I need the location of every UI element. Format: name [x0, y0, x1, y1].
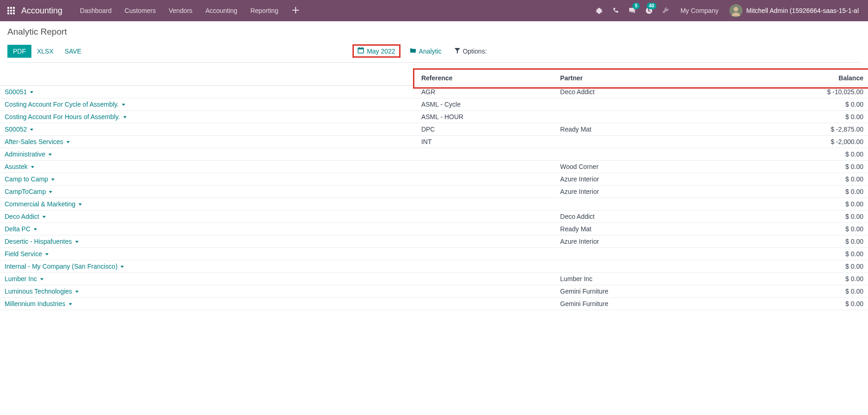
pdf-button[interactable]: PDF	[7, 45, 31, 58]
row-name-link[interactable]: Lumber Inc	[5, 275, 44, 283]
page-header: Analytic Report PDF XLSX SAVE May 2022 A…	[0, 21, 868, 63]
row-balance: $ 0.00	[729, 98, 868, 111]
row-name-link[interactable]: Commercial & Marketing	[5, 200, 82, 208]
xlsx-button[interactable]: XLSX	[31, 45, 59, 58]
row-name-link[interactable]: Internal - My Company (San Francisco)	[5, 263, 124, 270]
row-name-link[interactable]: Millennium Industries	[5, 300, 73, 307]
row-partner: Ready Mat	[556, 223, 729, 235]
tools-icon[interactable]	[657, 0, 674, 21]
svg-rect-3	[7, 10, 9, 12]
row-name-link[interactable]: Field Service	[5, 250, 49, 258]
row-balance: $ 0.00	[729, 248, 868, 260]
row-balance: $ 0.00	[729, 173, 868, 186]
caret-down-icon	[40, 275, 44, 283]
calendar-icon	[358, 47, 364, 55]
nav-reporting[interactable]: Reporting	[244, 0, 285, 21]
row-name-link[interactable]: Delta PC	[5, 225, 37, 233]
table-row: S00051AGRDeco Addict$ -10,025.00	[0, 86, 868, 98]
table-row: Administrative$ 0.00	[0, 148, 868, 161]
row-partner	[556, 198, 729, 211]
apps-menu-icon[interactable]	[5, 4, 18, 17]
row-balance: $ 0.00	[729, 161, 868, 173]
table-row: AsustekWood Corner$ 0.00	[0, 161, 868, 173]
activities-badge: 40	[647, 3, 656, 9]
row-partner	[556, 248, 729, 260]
caret-down-icon	[49, 188, 53, 195]
nav-vendors[interactable]: Vendors	[162, 0, 199, 21]
svg-rect-6	[7, 12, 9, 14]
nav-plus-icon[interactable]	[285, 6, 306, 16]
row-partner: Deco Addict	[556, 211, 729, 223]
row-balance: $ -2,875.00	[729, 123, 868, 136]
row-reference	[417, 273, 556, 285]
row-reference	[417, 198, 556, 211]
nav-dashboard[interactable]: Dashboard	[73, 0, 118, 21]
table-row: Lumber IncLumber Inc$ 0.00	[0, 273, 868, 285]
svg-rect-7	[10, 12, 12, 14]
options-filter[interactable]: Options:	[451, 46, 491, 57]
table-row: CampToCampAzure Interior$ 0.00	[0, 186, 868, 198]
svg-rect-2	[13, 7, 15, 9]
col-balance-header: Balance	[729, 72, 868, 86]
row-name-link[interactable]: Camp to Camp	[5, 175, 55, 183]
caret-down-icon	[30, 88, 34, 96]
row-name-link[interactable]: Deco Addict	[5, 213, 46, 220]
debug-icon[interactable]	[591, 0, 607, 21]
row-name-link[interactable]: Costing Account For Hours of Assembly.	[5, 113, 127, 120]
company-selector[interactable]: My Company	[674, 7, 725, 14]
row-partner	[556, 148, 729, 161]
nav-customers[interactable]: Customers	[118, 0, 163, 21]
row-reference	[417, 211, 556, 223]
analytic-filter-label: Analytic	[419, 48, 442, 55]
date-filter[interactable]: May 2022	[352, 44, 400, 58]
row-balance: $ 0.00	[729, 235, 868, 248]
svg-rect-1	[10, 7, 12, 9]
row-partner: Gemini Furniture	[556, 285, 729, 298]
row-partner: Azure Interior	[556, 186, 729, 198]
analytic-filter[interactable]: Analytic	[406, 45, 445, 57]
row-name-link[interactable]: Costing Account For Cycle of Assembly.	[5, 101, 126, 108]
svg-rect-15	[359, 47, 360, 48]
folder-icon	[410, 47, 416, 55]
save-button[interactable]: SAVE	[59, 45, 87, 58]
messages-icon[interactable]: 5	[624, 0, 641, 21]
svg-rect-10	[292, 10, 299, 11]
svg-point-12	[734, 7, 738, 12]
row-partner	[556, 136, 729, 148]
row-name-link[interactable]: Administrative	[5, 150, 52, 158]
report-table-wrap: Reference Partner Balance S00051AGRDeco …	[0, 63, 868, 310]
table-row: Commercial & Marketing$ 0.00	[0, 198, 868, 211]
nav-accounting[interactable]: Accounting	[199, 0, 244, 21]
row-name-link[interactable]: S00051	[5, 88, 34, 96]
caret-down-icon	[30, 163, 35, 170]
svg-rect-16	[362, 47, 363, 48]
row-name-link[interactable]: Asustek	[5, 163, 35, 170]
table-row: Costing Account For Cycle of Assembly.AS…	[0, 98, 868, 111]
phone-icon[interactable]	[607, 0, 624, 21]
row-reference	[417, 173, 556, 186]
row-balance: $ -2,000.00	[729, 136, 868, 148]
row-balance: $ 0.00	[729, 285, 868, 298]
row-name-link[interactable]: Luminous Technologies	[5, 288, 79, 295]
svg-rect-8	[13, 12, 15, 14]
controls-row: PDF XLSX SAVE May 2022 Analytic Options:	[7, 44, 861, 63]
row-name-link[interactable]: Desertic - Hispafuentes	[5, 238, 79, 245]
svg-rect-4	[10, 10, 12, 12]
table-row: Deco AddictDeco Addict$ 0.00	[0, 211, 868, 223]
avatar	[729, 4, 742, 17]
activities-icon[interactable]: 40	[641, 0, 657, 21]
svg-rect-0	[7, 7, 9, 9]
caret-down-icon	[30, 126, 34, 133]
row-balance: $ 0.00	[729, 198, 868, 211]
row-name-link[interactable]: CampToCamp	[5, 188, 53, 195]
page-title: Analytic Report	[7, 27, 861, 37]
user-menu[interactable]: Mitchell Admin (15926664-saas-15-1-al	[725, 4, 863, 17]
row-partner: Lumber Inc	[556, 273, 729, 285]
row-reference	[417, 298, 556, 310]
row-balance: $ 0.00	[729, 148, 868, 161]
table-row: Luminous TechnologiesGemini Furniture$ 0…	[0, 285, 868, 298]
row-name-link[interactable]: S00052	[5, 126, 34, 133]
row-name-link[interactable]: After-Sales Services	[5, 138, 70, 145]
brand-title[interactable]: Accounting	[21, 6, 62, 16]
row-balance: $ -10,025.00	[729, 86, 868, 98]
